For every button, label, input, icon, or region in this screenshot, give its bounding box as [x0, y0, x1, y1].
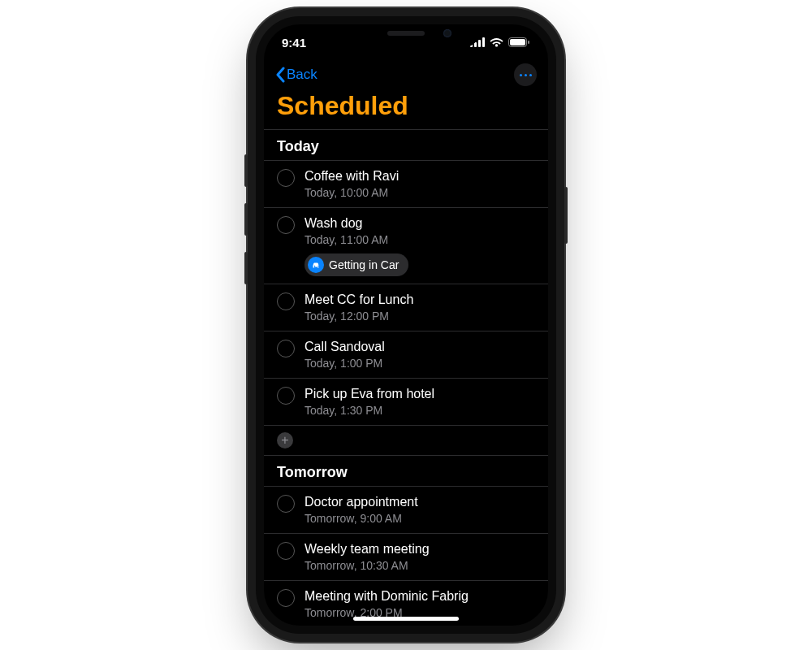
front-camera: [443, 29, 451, 37]
reminder-subtitle: Today, 1:00 PM: [304, 356, 535, 370]
ellipsis-icon: [529, 74, 532, 76]
reminder-body: Coffee with RaviToday, 10:00 AM: [304, 168, 535, 200]
page-title: Scheduled: [264, 88, 548, 129]
reminder-title: Wash dog: [304, 215, 535, 232]
complete-toggle[interactable]: [277, 589, 295, 607]
section-header: Tomorrow: [264, 456, 548, 487]
complete-toggle[interactable]: [277, 387, 295, 405]
home-indicator[interactable]: [353, 617, 459, 621]
reminder-title: Meet CC for Lunch: [304, 292, 535, 308]
reminder-title: Meeting with Dominic Fabrig: [304, 588, 535, 604]
complete-toggle[interactable]: [277, 340, 295, 358]
complete-toggle[interactable]: [277, 495, 295, 513]
reminder-body: Doctor appointmentTomorrow, 9:00 AM: [304, 494, 535, 526]
reminder-title: Weekly team meeting: [304, 541, 535, 557]
complete-toggle[interactable]: [277, 169, 295, 187]
stage: 9:41: [0, 0, 812, 650]
back-button[interactable]: Back: [275, 67, 317, 83]
more-button[interactable]: [514, 63, 537, 86]
reminder-body: Weekly team meetingTomorrow, 10:30 AM: [304, 541, 535, 573]
screen: 9:41: [264, 24, 548, 626]
reminder-body: Pick up Eva from hotelToday, 1:30 PM: [304, 386, 535, 418]
reminder-row[interactable]: Wash dogToday, 11:00 AMGetting in Car: [264, 208, 548, 284]
reminder-subtitle: Tomorrow, 10:30 AM: [304, 558, 535, 573]
speaker-grille: [387, 31, 425, 36]
reminder-subtitle: Tomorrow, 9:00 AM: [304, 511, 535, 526]
plus-icon: +: [277, 432, 293, 448]
reminder-subtitle: Today, 1:30 PM: [304, 403, 535, 418]
reminder-list[interactable]: TodayCoffee with RaviToday, 10:00 AMWash…: [264, 129, 548, 626]
reminder-row[interactable]: Coffee with RaviToday, 10:00 AM: [264, 161, 548, 208]
reminder-subtitle: Today, 12:00 PM: [304, 309, 535, 323]
add-reminder-row[interactable]: +: [264, 426, 548, 456]
car-icon: [308, 257, 324, 273]
notch: [333, 24, 479, 47]
reminder-body: Meeting with Dominic FabrigTomorrow, 2:0…: [304, 588, 535, 620]
location-tag[interactable]: Getting in Car: [304, 254, 408, 276]
reminder-row[interactable]: Doctor appointmentTomorrow, 9:00 AM: [264, 487, 548, 534]
reminder-row[interactable]: Weekly team meetingTomorrow, 10:30 AM: [264, 534, 548, 581]
reminder-subtitle: Today, 11:00 AM: [304, 232, 535, 247]
reminder-title: Pick up Eva from hotel: [304, 386, 535, 402]
back-label: Back: [287, 67, 317, 83]
ellipsis-icon: [520, 74, 522, 76]
status-right: [470, 37, 530, 47]
reminder-row[interactable]: Pick up Eva from hotelToday, 1:30 PM: [264, 379, 548, 426]
svg-rect-2: [478, 40, 481, 47]
section-header: Today: [264, 130, 548, 161]
complete-toggle[interactable]: [277, 542, 295, 560]
chevron-left-icon: [275, 67, 285, 83]
wifi-icon: [490, 37, 503, 47]
reminder-body: Wash dogToday, 11:00 AMGetting in Car: [304, 215, 535, 276]
location-tag-label: Getting in Car: [329, 258, 399, 271]
svg-rect-5: [510, 39, 525, 46]
reminder-row[interactable]: Call SandovalToday, 1:00 PM: [264, 332, 548, 379]
complete-toggle[interactable]: [277, 216, 295, 234]
status-time: 9:41: [282, 36, 306, 50]
reminder-body: Call SandovalToday, 1:00 PM: [304, 339, 535, 370]
reminder-title: Coffee with Ravi: [304, 168, 535, 184]
battery-icon: [508, 37, 530, 47]
reminder-title: Call Sandoval: [304, 339, 535, 355]
ellipsis-icon: [525, 74, 527, 76]
section-header-strong: Tomorrow: [277, 464, 348, 480]
reminder-title: Doctor appointment: [304, 494, 535, 510]
svg-rect-3: [482, 37, 485, 47]
section-header-strong: Today: [277, 138, 319, 154]
reminder-row[interactable]: Meet CC for LunchToday, 12:00 PM: [264, 284, 548, 332]
svg-rect-6: [528, 41, 529, 44]
reminder-body: Meet CC for LunchToday, 12:00 PM: [304, 292, 535, 323]
navbar: Back: [264, 60, 548, 88]
reminder-subtitle: Today, 10:00 AM: [304, 185, 535, 200]
complete-toggle[interactable]: [277, 292, 295, 310]
content: Back Scheduled TodayCoffee with RaviToda…: [264, 60, 548, 626]
device-frame: 9:41: [256, 16, 556, 634]
